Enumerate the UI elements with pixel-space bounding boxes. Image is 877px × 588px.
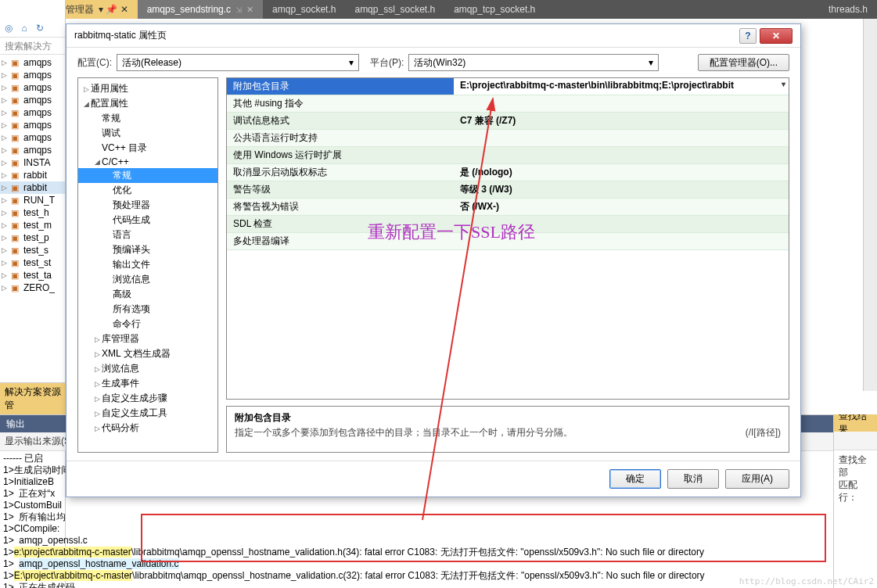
ok-button[interactable]: 确定: [609, 469, 661, 489]
tree-node[interactable]: 所有选项: [78, 302, 217, 317]
se-toolbar: ◎ ⌂ ↻: [0, 19, 65, 38]
help-button[interactable]: ?: [739, 28, 757, 44]
solution-item[interactable]: ▷▣amqps: [0, 119, 65, 131]
tree-node[interactable]: ▷生成事件: [78, 376, 217, 391]
tree-node[interactable]: 常规: [78, 168, 217, 183]
grid-row[interactable]: 将警告视为错误否 (/WX-): [227, 199, 789, 216]
grid-row[interactable]: 取消显示启动版权标志是 (/nologo): [227, 164, 789, 181]
tree-node[interactable]: VC++ 目录: [78, 141, 217, 156]
grid-value[interactable]: C7 兼容 (/Z7): [454, 113, 789, 129]
tree-node[interactable]: ▷自定义生成步骤: [78, 391, 217, 406]
property-tree[interactable]: ▷通用属性◢配置属性常规调试VC++ 目录◢C/C++常规优化预处理器代码生成语…: [77, 77, 218, 453]
solution-item[interactable]: ▷▣amqps: [0, 94, 65, 106]
apply-button[interactable]: 应用(A): [725, 469, 789, 489]
solution-item[interactable]: ▷▣test_p: [0, 231, 65, 244]
desc-title: 附加包含目录: [235, 411, 781, 425]
tab-file-2[interactable]: amqp_ssl_socket.h: [345, 0, 444, 19]
project-icon: ▣: [11, 170, 22, 181]
tree-node[interactable]: 预编译头: [78, 242, 217, 257]
tree-node[interactable]: 高级: [78, 287, 217, 302]
grid-row[interactable]: 公共语言运行时支持: [227, 130, 789, 147]
grid-row[interactable]: 多处理器编译: [227, 233, 789, 250]
solution-item[interactable]: ▷▣amqps: [0, 131, 65, 144]
grid-key: 调试信息格式: [227, 113, 454, 129]
cancel-button[interactable]: 取消: [667, 469, 719, 489]
solution-item[interactable]: ▷▣rabbit: [0, 181, 65, 194]
grid-value[interactable]: 否 (/WX-): [454, 199, 789, 215]
tab-file-3[interactable]: amqp_tcp_socket.h: [444, 0, 545, 19]
tree-node[interactable]: 调试: [78, 126, 217, 141]
tree-node[interactable]: 输出文件: [78, 257, 217, 272]
dialog-buttons: 确定 取消 应用(A): [66, 461, 800, 497]
output-line: 1> 正在生成代码...: [3, 582, 874, 588]
close-icon[interactable]: ✕: [246, 5, 253, 15]
tree-node[interactable]: ▷代码分析: [78, 421, 217, 436]
config-combo[interactable]: 活动(Release)▾: [117, 54, 359, 71]
solution-item[interactable]: ▷▣rabbit: [0, 169, 65, 181]
solution-item[interactable]: ▷▣amqps: [0, 69, 65, 81]
platform-combo[interactable]: 活动(Win32)▾: [408, 54, 659, 71]
grid-value[interactable]: [454, 95, 789, 112]
tree-node[interactable]: ◢配置属性: [78, 96, 217, 111]
tree-node[interactable]: 优化: [78, 183, 217, 198]
grid-value[interactable]: [454, 233, 789, 249]
grid-value[interactable]: [454, 216, 789, 232]
grid-value[interactable]: [454, 130, 789, 146]
search-input[interactable]: 搜索解决方案资: [0, 38, 65, 55]
property-grid[interactable]: 附加包含目录E:\project\rabbitmq-c-master\bin\l…: [226, 77, 789, 400]
solution-item[interactable]: ▷▣amqps: [0, 56, 65, 69]
tab-file-1[interactable]: amqp_socket.h: [263, 0, 345, 19]
grid-row[interactable]: 调试信息格式C7 兼容 (/Z7): [227, 113, 789, 130]
expand-icon: ▷: [2, 146, 9, 154]
desc-flags: (/I[路径]): [746, 426, 781, 439]
grid-row[interactable]: 其他 #using 指令: [227, 95, 789, 113]
config-manager-button[interactable]: 配置管理器(O)...: [698, 54, 789, 71]
tree-node[interactable]: 预处理器: [78, 198, 217, 213]
solution-item[interactable]: ▷▣test_st: [0, 256, 65, 269]
project-icon: ▣: [11, 283, 22, 293]
grid-row[interactable]: 使用 Windows 运行时扩展: [227, 147, 789, 164]
grid-value[interactable]: 是 (/nologo): [454, 164, 789, 181]
property-page-dialog: rabbitmq-static 属性页 ? ✕ 配置(C): 活动(Releas…: [66, 23, 801, 497]
project-icon: ▣: [11, 95, 22, 106]
back-icon[interactable]: ◎: [2, 21, 16, 35]
grid-row[interactable]: 警告等级等级 3 (/W3): [227, 181, 789, 199]
solution-tree[interactable]: ▷▣amqps▷▣amqps▷▣amqps▷▣amqps▷▣amqps▷▣amq…: [0, 55, 65, 296]
tree-node[interactable]: ◢C/C++: [78, 156, 217, 168]
solution-item[interactable]: ▷▣amqps: [0, 106, 65, 119]
chevron-down-icon[interactable]: ▾: [782, 80, 785, 88]
solution-item[interactable]: ▷▣INSTA: [0, 156, 65, 169]
tree-node[interactable]: 语言: [78, 228, 217, 242]
grid-row[interactable]: SDL 检查: [227, 216, 789, 233]
solution-item[interactable]: ▷▣amqps: [0, 81, 65, 94]
solution-item[interactable]: ▷▣test_s: [0, 244, 65, 256]
grid-row[interactable]: 附加包含目录E:\project\rabbitmq-c-master\bin\l…: [227, 78, 789, 95]
tree-node[interactable]: 常规: [78, 111, 217, 126]
tree-node[interactable]: 浏览信息: [78, 272, 217, 287]
tree-node[interactable]: 代码生成: [78, 213, 217, 228]
grid-value[interactable]: E:\project\rabbitmq-c-master\bin\librabb…: [454, 78, 789, 95]
home-icon[interactable]: ⌂: [17, 21, 31, 35]
close-button[interactable]: ✕: [760, 28, 793, 44]
tree-node[interactable]: 命令行: [78, 317, 217, 332]
solution-item[interactable]: ▷▣amqps: [0, 144, 65, 156]
refresh-icon[interactable]: ↻: [33, 21, 47, 35]
tree-node[interactable]: ▷通用属性: [78, 81, 217, 96]
solution-item[interactable]: ▷▣test_m: [0, 219, 65, 231]
project-icon: ▣: [11, 233, 22, 243]
tab-file-4[interactable]: threads.h: [819, 0, 877, 19]
tree-node[interactable]: ▷自定义生成工具: [78, 406, 217, 421]
grid-value[interactable]: 等级 3 (/W3): [454, 181, 789, 198]
solution-item[interactable]: ▷▣ZERO_: [0, 281, 65, 294]
solution-item[interactable]: ▷▣test_h: [0, 206, 65, 219]
tab-file-0[interactable]: amqps_sendstring.c ⇲ ✕: [138, 0, 263, 19]
right-scroll-bar[interactable]: [863, 19, 877, 391]
tree-node[interactable]: ▷浏览信息: [78, 361, 217, 376]
grid-value[interactable]: [454, 147, 789, 163]
tree-node[interactable]: ▷库管理器: [78, 332, 217, 346]
solution-item[interactable]: ▷▣test_ta: [0, 269, 65, 281]
tree-node[interactable]: ▷XML 文档生成器: [78, 346, 217, 361]
dialog-titlebar[interactable]: rabbitmq-static 属性页 ? ✕: [66, 24, 800, 48]
expand-icon: ▷: [2, 259, 9, 267]
solution-item[interactable]: ▷▣RUN_T: [0, 194, 65, 206]
